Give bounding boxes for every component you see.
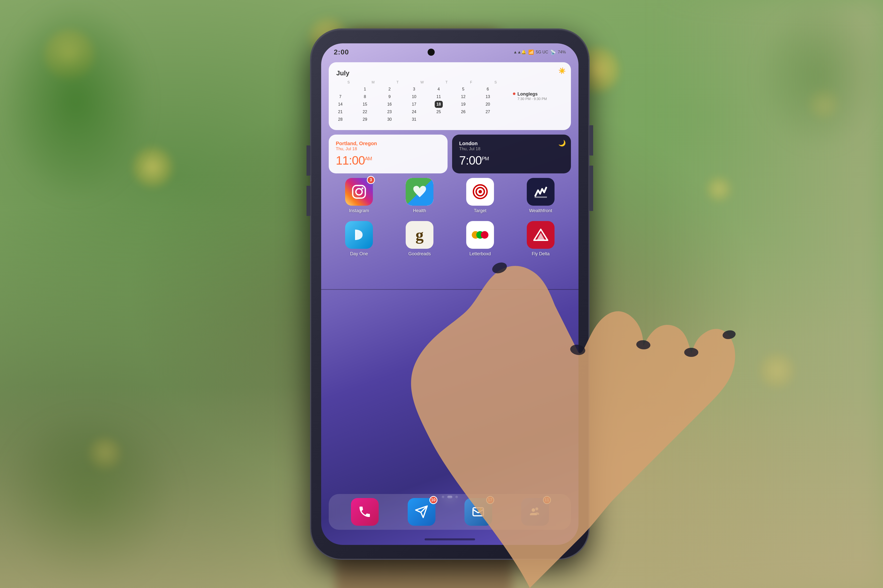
dock-spark[interactable]: 17 xyxy=(465,498,492,526)
day-t1: T xyxy=(385,80,410,84)
power-button xyxy=(589,125,593,156)
cal-16: 16 xyxy=(385,101,394,108)
clock-local[interactable]: ☀️ Portland, Oregon Thu, Jul 18 11:00AM xyxy=(329,135,448,173)
event-title: Longlegs xyxy=(517,92,547,97)
clock-local-date: Thu, Jul 18 xyxy=(336,146,441,152)
cal-empty-1 xyxy=(336,86,344,93)
spark-badge: 17 xyxy=(486,496,494,504)
goodreads-icon: g xyxy=(406,221,433,249)
app-delta[interactable]: Fly Delta xyxy=(523,221,558,256)
app-row-2: Day One g Goodreads xyxy=(329,221,571,256)
phone-body: 2:00 ▲▲🔔 📶 5G UC 📡 74% July xyxy=(311,30,588,559)
cal-24: 24 xyxy=(410,108,418,116)
goodreads-label: Goodreads xyxy=(408,251,431,256)
cal-25: 25 xyxy=(435,108,443,116)
app-wealthfront-wrapper xyxy=(527,178,555,206)
cal-13: 13 xyxy=(484,93,492,100)
target-label: Target xyxy=(474,208,486,213)
cal-21: 21 xyxy=(336,108,344,116)
clock-london[interactable]: 🌙 London Thu, Jul 18 7:00PM xyxy=(452,135,571,173)
calendar-days: 1 2 3 4 5 6 7 8 9 10 11 xyxy=(336,86,508,123)
calendar-month: July xyxy=(336,69,508,77)
app-delta-wrapper xyxy=(527,221,555,249)
wealthfront-icon xyxy=(527,178,555,206)
day-t2: T xyxy=(435,80,459,84)
letterboxd-label: Letterboxd xyxy=(469,251,491,256)
app-dayone[interactable]: Day One xyxy=(341,221,377,256)
day-m: M xyxy=(361,80,385,84)
phone-screen: 2:00 ▲▲🔔 📶 5G UC 📡 74% July xyxy=(321,44,579,545)
network-label: 5G UC xyxy=(536,50,548,54)
teams-badge: 11 xyxy=(543,496,551,504)
instagram-badge: 3 xyxy=(367,176,375,184)
cal-empty-3 xyxy=(459,116,467,123)
cal-22: 22 xyxy=(361,108,369,116)
svg-point-1 xyxy=(356,189,362,195)
event-dot xyxy=(513,93,515,95)
signal-icon: 📡 xyxy=(550,50,556,55)
dock-teams[interactable]: 11 xyxy=(521,498,549,526)
dayone-icon xyxy=(345,221,373,249)
cal-18-today: 18 xyxy=(435,101,443,108)
day-f: F xyxy=(459,80,483,84)
phone-app-icon xyxy=(351,498,379,526)
calendar-header: S M T W T F S xyxy=(336,80,508,84)
event-longlegs: Longlegs 7:30 PM - 9:30 PM xyxy=(513,92,563,101)
sun-icon: ☀️ xyxy=(558,67,566,74)
calendar-grid: S M T W T F S 1 xyxy=(336,80,508,123)
status-bar: 2:00 ▲▲🔔 📶 5G UC 📡 74% xyxy=(321,44,579,61)
cal-30: 30 xyxy=(385,116,394,123)
cal-4: 4 xyxy=(435,86,443,93)
letterboxd-icon xyxy=(466,221,494,249)
app-instagram[interactable]: 3 Instagram xyxy=(341,178,377,213)
cal-29: 29 xyxy=(361,116,369,123)
app-health-wrapper xyxy=(406,178,433,206)
cal-10: 10 xyxy=(410,93,418,100)
moon-icon: 🌙 xyxy=(558,140,566,147)
status-time: 2:00 xyxy=(334,48,349,56)
dock-telegram[interactable]: 10 xyxy=(408,498,435,526)
calendar-left: July S M T W T F S xyxy=(336,69,508,123)
dayone-label: Day One xyxy=(350,251,368,256)
health-icon xyxy=(406,178,433,206)
cal-15: 15 xyxy=(361,101,369,108)
telegram-badge: 10 xyxy=(429,496,438,504)
cal-1: 1 xyxy=(361,86,369,93)
cal-empty-2 xyxy=(435,116,443,123)
app-target[interactable]: Target xyxy=(462,178,498,213)
cal-3: 3 xyxy=(410,86,418,93)
calendar-widget[interactable]: July S M T W T F S xyxy=(329,62,571,130)
app-wealthfront[interactable]: Wealthfront xyxy=(523,178,558,213)
app-letterboxd[interactable]: Letterboxd xyxy=(462,221,498,256)
status-icons: ▲▲🔔 📶 5G UC 📡 74% xyxy=(513,50,566,55)
delta-label: Fly Delta xyxy=(532,251,549,256)
cal-19: 19 xyxy=(459,101,467,108)
clock-local-city: Portland, Oregon xyxy=(336,141,441,146)
svg-point-9 xyxy=(532,508,535,512)
cal-11: 11 xyxy=(435,93,443,100)
app-health[interactable]: Health xyxy=(402,178,437,213)
event-time: 7:30 PM - 9:30 PM xyxy=(517,97,547,101)
cal-6: 6 xyxy=(484,86,492,93)
app-letterboxd-wrapper xyxy=(466,221,494,249)
svg-point-5 xyxy=(478,190,482,194)
home-indicator xyxy=(424,538,475,540)
app-goodreads[interactable]: g Goodreads xyxy=(402,221,437,256)
cal-12: 12 xyxy=(459,93,467,100)
clock-widgets-row: ☀️ Portland, Oregon Thu, Jul 18 11:00AM … xyxy=(329,135,571,173)
wifi-icon: 📶 xyxy=(528,50,534,55)
cal-17: 17 xyxy=(410,101,418,108)
svg-point-8 xyxy=(536,507,538,510)
cal-empty-4 xyxy=(484,116,492,123)
instagram-label: Instagram xyxy=(349,208,369,213)
dock-phone[interactable] xyxy=(351,498,379,526)
camera-hole xyxy=(428,49,435,56)
volume-up-button xyxy=(589,166,593,211)
cal-8: 8 xyxy=(361,93,369,100)
day-s1: S xyxy=(336,80,361,84)
svg-rect-0 xyxy=(353,186,365,198)
day-s2: S xyxy=(483,80,508,84)
notification-icons: ▲▲🔔 xyxy=(513,50,526,54)
volume-mute-button xyxy=(307,186,311,216)
cal-2: 2 xyxy=(385,86,394,93)
